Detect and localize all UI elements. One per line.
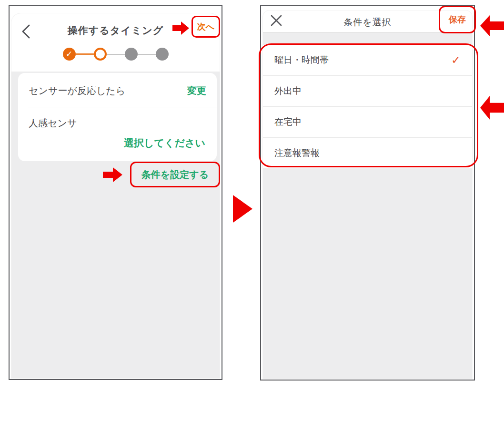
select-prompt-link[interactable]: 選択してください — [18, 130, 217, 161]
list-item-weather-alert[interactable]: 注意報警報 — [263, 138, 472, 168]
trigger-label: センサーが反応したら — [29, 84, 125, 97]
check-icon: ✓ — [451, 54, 461, 66]
next-button[interactable]: 次へ — [197, 21, 214, 32]
right-phone-frame: 条件を選択 曜日・時間帯 ✓ 外出中 在宅中 注意報警報 — [260, 5, 475, 381]
left-screen: 操作するタイミング ✓ センサーが反応したら 変更 — [11, 13, 220, 378]
list-item-label: 外出中 — [274, 85, 302, 97]
stepper-connector — [76, 53, 94, 55]
annotation-outline-save: 保存 — [439, 6, 476, 33]
set-condition-button[interactable]: 条件を設定する — [141, 168, 209, 181]
progress-stepper: ✓ — [11, 48, 220, 61]
transition-arrow-icon — [233, 195, 252, 223]
annotation-outline-next: 次へ — [192, 16, 220, 38]
right-screen: 条件を選択 曜日・時間帯 ✓ 外出中 在宅中 注意報警報 — [263, 10, 472, 379]
step-2-current — [94, 48, 107, 61]
stepper-connector — [107, 54, 125, 55]
annotation-arrow-list-icon — [480, 95, 504, 120]
tutorial-figure: 操作するタイミング ✓ センサーが反応したら 変更 — [0, 0, 504, 432]
annotation-outline-set-condition: 条件を設定する — [130, 162, 220, 187]
list-item-label: 在宅中 — [274, 116, 302, 128]
condition-list: 曜日・時間帯 ✓ 外出中 在宅中 注意報警報 — [263, 45, 472, 168]
list-item-day-time[interactable]: 曜日・時間帯 ✓ — [263, 45, 472, 76]
annotation-arrow-next-icon — [172, 21, 190, 35]
step-4-pending — [156, 48, 169, 61]
annotation-arrow-save-icon — [480, 15, 504, 37]
sensor-name-label: 人感センサ — [18, 107, 217, 130]
list-item-home[interactable]: 在宅中 — [263, 107, 472, 138]
annotation-arrow-set-condition-icon — [103, 167, 123, 183]
trigger-card: センサーが反応したら 変更 人感センサ 選択してください — [18, 73, 217, 161]
list-item-label: 曜日・時間帯 — [274, 54, 329, 66]
change-link[interactable]: 変更 — [187, 84, 206, 97]
list-item-away[interactable]: 外出中 — [263, 76, 472, 107]
left-phone-frame: 操作するタイミング ✓ センサーが反応したら 変更 — [9, 5, 222, 380]
trigger-row: センサーが反応したら 変更 — [18, 73, 217, 107]
check-icon: ✓ — [66, 49, 72, 59]
list-item-label: 注意報警報 — [274, 147, 320, 159]
step-1-completed: ✓ — [63, 48, 76, 61]
stepper-connector — [138, 54, 156, 55]
step-3-pending — [125, 48, 138, 61]
save-button[interactable]: 保存 — [449, 14, 466, 25]
